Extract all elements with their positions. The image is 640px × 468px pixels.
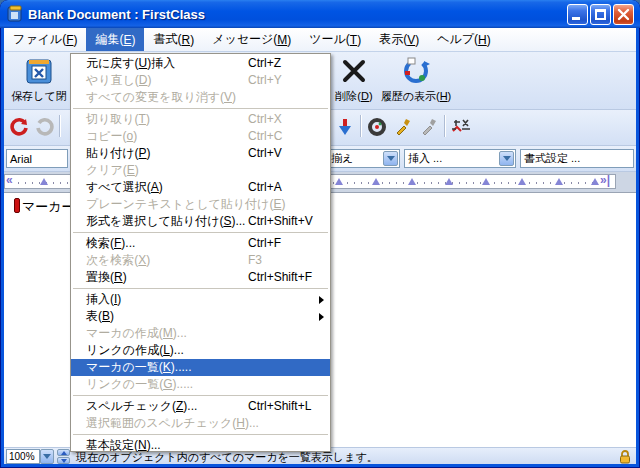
tab-stop-marker[interactable]	[445, 178, 453, 185]
font-combo[interactable]: Arial	[6, 149, 68, 168]
eyedropper-icon	[393, 117, 413, 137]
zoom-spinner[interactable]	[57, 449, 70, 464]
save-close-label: 保存して閉	[11, 89, 67, 104]
zoom-decrease-button[interactable]	[57, 457, 70, 464]
history-label: 履歴の表示(H)	[381, 89, 452, 104]
menubar-item[interactable]: ツール(T)	[300, 28, 370, 51]
zoom-value[interactable]: 100%	[6, 449, 40, 464]
edit-menu-popup: 元に戻す(U)挿入Ctrl+Zやり直し(D)Ctrl+Yすべての変更を取り消す(…	[70, 53, 331, 452]
undo-icon	[10, 117, 30, 137]
submenu-arrow-icon	[319, 296, 324, 304]
menubar: ファイル(F)編集(E)書式(R)メッセージ(M)ツール(T)表示(V)ヘルプ(…	[4, 28, 636, 52]
close-button[interactable]	[613, 4, 634, 25]
menu-item[interactable]: 貼り付け(P)Ctrl+V	[71, 145, 330, 162]
menu-separator	[73, 395, 328, 396]
tab-stop-marker[interactable]	[518, 178, 526, 185]
history-circle-button[interactable]	[365, 115, 389, 139]
tab-stop-marker[interactable]	[40, 178, 48, 185]
toolbar-separator	[360, 115, 361, 137]
zoom-increase-button[interactable]	[57, 449, 70, 456]
window-title: Blank Document : FirstClass	[28, 7, 567, 22]
chevron-down-icon[interactable]	[383, 151, 398, 166]
history-button[interactable]: 履歴の表示(H)	[380, 55, 452, 104]
menu-item[interactable]: マーカの一覧(K).....	[71, 359, 330, 376]
spellcheck-icon	[450, 117, 474, 137]
app-window: Blank Document : FirstClass ファイル(F)編集(E)…	[0, 0, 640, 468]
save-close-button[interactable]: 保存して閉	[10, 55, 68, 104]
menu-shortcut: Ctrl+Z	[248, 55, 281, 72]
menu-shortcut: F3	[248, 252, 262, 269]
tab-stop-marker[interactable]	[408, 178, 416, 185]
menu-item[interactable]: 基本設定(N)...	[71, 437, 330, 454]
menu-item: プレーンテキストとして貼り付け(E)	[71, 196, 330, 213]
menu-item[interactable]: 元に戻す(U)挿入Ctrl+Z	[71, 55, 330, 72]
tab-stop-marker[interactable]	[482, 178, 490, 185]
redo-button[interactable]	[32, 115, 56, 139]
menu-shortcut: Ctrl+X	[248, 111, 282, 128]
ruler-right-marker[interactable]: »|	[600, 173, 610, 187]
menu-item: コピー(o)Ctrl+C	[71, 128, 330, 145]
chevron-down-icon[interactable]	[499, 151, 514, 166]
menu-separator	[73, 434, 328, 435]
maximize-icon	[595, 9, 606, 20]
titlebar[interactable]: Blank Document : FirstClass	[0, 0, 640, 28]
history-circle-icon	[367, 117, 387, 137]
menu-item[interactable]: 置換(R)Ctrl+Shift+F	[71, 269, 330, 286]
tab-stop-marker[interactable]	[591, 178, 599, 185]
menu-shortcut: Ctrl+Shift+V	[248, 213, 313, 230]
close-icon	[614, 5, 633, 24]
document-icon	[6, 5, 24, 23]
menu-item: 切り取り(T)Ctrl+X	[71, 111, 330, 128]
tab-stop-marker[interactable]	[335, 178, 343, 185]
menu-shortcut: Ctrl+C	[248, 128, 282, 145]
delete-label: 削除(D)	[335, 89, 372, 104]
menubar-item[interactable]: メッセージ(M)	[203, 28, 300, 51]
submenu-arrow-icon	[319, 313, 324, 321]
menu-item: 選択範囲のスペルチェック(H)...	[71, 415, 330, 432]
redo-icon	[34, 117, 54, 137]
menu-shortcut: Ctrl+V	[248, 145, 282, 162]
menubar-item[interactable]: 書式(R)	[144, 28, 203, 51]
menu-shortcut: Ctrl+Shift+F	[248, 269, 312, 286]
menubar-item[interactable]: ヘルプ(H)	[428, 28, 500, 51]
menu-item[interactable]: リンクの作成(L)...	[71, 342, 330, 359]
delete-button[interactable]: 削除(D)	[331, 55, 377, 104]
menu-separator	[73, 232, 328, 233]
menu-item[interactable]: スペルチェック(Z)...Ctrl+Shift+L	[71, 398, 330, 415]
align-combo-value: 揃え	[331, 151, 353, 166]
menu-shortcut: Ctrl+Shift+L	[248, 398, 311, 415]
minimize-icon	[572, 17, 580, 20]
eyedropper-button[interactable]	[391, 115, 415, 139]
menubar-item[interactable]: 表示(V)	[370, 28, 428, 51]
tab-stop-marker[interactable]	[555, 178, 563, 185]
menu-item[interactable]: 表(B)	[71, 308, 330, 325]
menu-item[interactable]: 検索(F)...Ctrl+F	[71, 235, 330, 252]
menubar-item[interactable]: ファイル(F)	[4, 28, 86, 51]
maximize-button[interactable]	[590, 4, 611, 25]
menu-item[interactable]: 形式を選択して貼り付け(S)...Ctrl+Shift+V	[71, 213, 330, 230]
menu-item[interactable]: すべて選択(A)Ctrl+A	[71, 179, 330, 196]
history-icon	[400, 55, 432, 87]
menu-item: リンクの一覧(G).....	[71, 376, 330, 393]
toolbar-separator	[59, 115, 60, 137]
ruler-left-marker[interactable]: «	[6, 173, 13, 187]
toolbar-separator	[444, 115, 445, 137]
insert-combo-value: 挿入 ...	[408, 151, 442, 166]
undo-button[interactable]	[8, 115, 32, 139]
spellcheck-button[interactable]	[450, 115, 474, 139]
menubar-item[interactable]: 編集(E)	[86, 28, 144, 51]
marker-flag-icon[interactable]	[14, 198, 20, 213]
tab-stop-marker[interactable]	[372, 178, 380, 185]
insert-combo[interactable]: 挿入 ...	[404, 149, 516, 168]
format-combo[interactable]: 書式設定 ...	[520, 149, 634, 168]
insert-marker-icon	[336, 117, 354, 137]
delete-x-icon	[338, 55, 370, 87]
menu-item: 次を検索(X)F3	[71, 252, 330, 269]
menu-item: やり直し(D)Ctrl+Y	[71, 72, 330, 89]
zoom-dropdown-button[interactable]	[40, 449, 54, 464]
insert-marker-button[interactable]	[333, 115, 357, 139]
save-close-icon	[23, 55, 55, 87]
menu-item[interactable]: 挿入(I)	[71, 291, 330, 308]
font-combo-value: Arial	[10, 153, 32, 165]
minimize-button[interactable]	[567, 4, 588, 25]
